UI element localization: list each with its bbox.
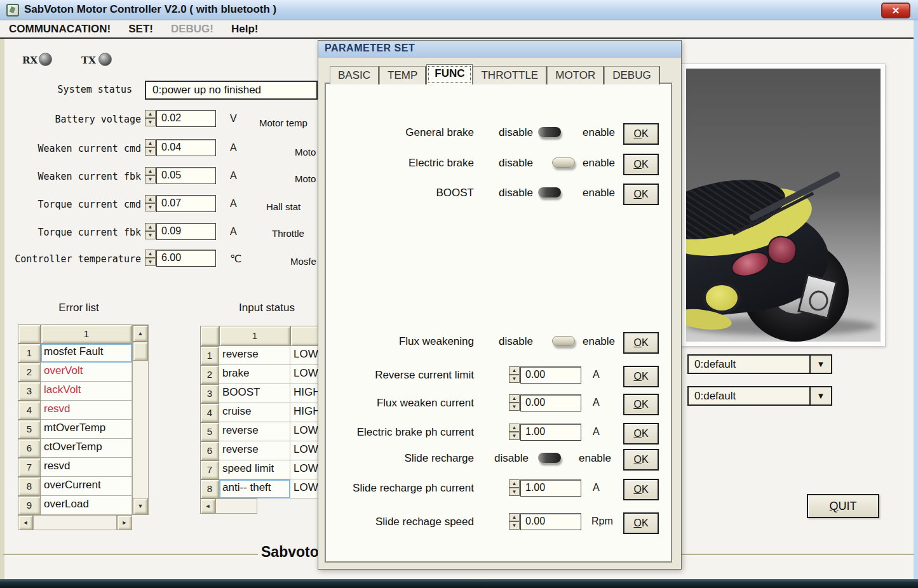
spinner-up-icon[interactable]: ▲ <box>509 479 520 488</box>
chevron-down-icon[interactable]: ▼ <box>809 356 831 373</box>
tab-basic[interactable]: BASIC <box>330 66 379 84</box>
spinner-up-icon[interactable]: ▲ <box>145 250 156 258</box>
menu-communication[interactable]: COMMUNACATION! <box>0 23 119 36</box>
spinner-down-icon[interactable]: ▼ <box>509 521 520 530</box>
profile-dropdown-2[interactable]: 0:default ▼ <box>687 386 832 406</box>
spinner-down-icon[interactable]: ▼ <box>509 375 520 383</box>
input-name-cell[interactable]: BOOST <box>219 384 290 403</box>
error-cell[interactable]: lackVolt <box>41 382 132 401</box>
controller-temperature-stepper[interactable]: ▲ ▼ <box>145 250 156 266</box>
slide-recharge-ph-current-value[interactable]: 1.00 <box>520 479 581 497</box>
scroll-left-icon[interactable]: ◄ <box>18 515 33 530</box>
input-name-cell[interactable]: brake <box>219 365 290 384</box>
error-cell[interactable]: overCurrent <box>41 477 132 496</box>
system-status-value[interactable]: 0:power up no finished <box>145 81 318 100</box>
ok-button-slide-recharge-ph-current[interactable]: OK <box>623 479 659 500</box>
weaken-current-fbk-value[interactable]: 0.05 <box>156 167 216 184</box>
slide-recharge-toggle[interactable] <box>537 451 572 467</box>
spinner-up-icon[interactable]: ▲ <box>509 366 520 375</box>
scroll-right-icon[interactable]: ► <box>117 515 132 530</box>
quit-button[interactable]: QUIT <box>807 494 879 518</box>
spinner-down-icon[interactable]: ▼ <box>145 203 156 211</box>
menu-debug[interactable]: DEBUG! <box>162 23 222 36</box>
error-cell[interactable]: resvd <box>41 401 132 420</box>
battery-voltage-value[interactable]: 0.02 <box>156 110 216 127</box>
torque-current-cmd-value[interactable]: 0.07 <box>156 195 216 212</box>
error-cell[interactable]: mtOverTemp <box>41 420 132 439</box>
ok-button-slide-recharge[interactable]: OK <box>623 449 659 471</box>
hscroll-track[interactable] <box>215 498 257 514</box>
spinner-down-icon[interactable]: ▼ <box>145 231 156 239</box>
electric-brake-ph-current-value[interactable]: 1.00 <box>520 424 581 441</box>
weaken-current-cmd-stepper[interactable]: ▲ ▼ <box>145 139 156 156</box>
error-cell[interactable]: overLoad <box>41 496 132 515</box>
ok-button-general-brake[interactable]: OK <box>623 123 659 145</box>
input-name-cell[interactable]: reverse <box>219 346 290 365</box>
error-vscrollbar[interactable]: ▲ ▼ <box>132 324 149 515</box>
general-brake-toggle[interactable] <box>537 126 572 141</box>
ok-button-slide-rechage-speed[interactable]: OK <box>623 512 659 534</box>
flux-weakening-toggle[interactable] <box>542 335 577 350</box>
spinner-down-icon[interactable]: ▼ <box>509 432 520 440</box>
slide-rechage-speed-value[interactable]: 0.00 <box>520 513 581 530</box>
spinner-up-icon[interactable]: ▲ <box>145 167 156 175</box>
flux-weaken-current-value[interactable]: 0.00 <box>520 394 581 411</box>
ok-button-electric-brake-ph-current[interactable]: OK <box>623 423 659 444</box>
vscroll-track[interactable] <box>133 361 148 498</box>
ok-button-flux-weakening[interactable]: OK <box>623 332 659 354</box>
spinner-up-icon[interactable]: ▲ <box>145 223 156 231</box>
reverse-current-limit-value[interactable]: 0.00 <box>520 366 581 384</box>
ok-button-electric-brake[interactable]: OK <box>623 154 659 175</box>
error-cell[interactable]: overVolt <box>41 363 132 382</box>
boost-toggle[interactable] <box>537 186 572 201</box>
tab-debug[interactable]: DEBUG <box>604 66 659 84</box>
spinner-down-icon[interactable]: ▼ <box>145 258 156 266</box>
spinner-up-icon[interactable]: ▲ <box>145 139 156 147</box>
slide-rechage-speed-stepper[interactable]: ▲ ▼ <box>509 513 520 530</box>
error-cell[interactable]: resvd <box>41 458 132 477</box>
tab-temp[interactable]: TEMP <box>379 66 426 84</box>
controller-temperature-value[interactable]: 6.00 <box>156 250 216 267</box>
chevron-down-icon[interactable]: ▼ <box>809 387 831 404</box>
profile-dropdown-1[interactable]: 0:default ▼ <box>687 354 832 374</box>
close-button[interactable]: ✕ <box>881 3 910 18</box>
dialog-title-bar[interactable]: PARAMETER SET <box>318 41 681 58</box>
hscroll-track[interactable] <box>33 515 117 530</box>
spinner-up-icon[interactable]: ▲ <box>509 513 520 521</box>
torque-current-fbk-value[interactable]: 0.09 <box>156 223 216 240</box>
weaken-current-cmd-value[interactable]: 0.04 <box>156 139 216 156</box>
spinner-down-icon[interactable]: ▼ <box>509 403 520 411</box>
flux-weaken-current-stepper[interactable]: ▲ ▼ <box>509 394 520 411</box>
slide-recharge-ph-current-stepper[interactable]: ▲ ▼ <box>509 479 520 496</box>
weaken-current-fbk-stepper[interactable]: ▲ ▼ <box>145 167 156 184</box>
ok-button-reverse-current-limit[interactable]: OK <box>623 366 659 387</box>
spinner-up-icon[interactable]: ▲ <box>145 195 156 203</box>
electric-brake-ph-current-stepper[interactable]: ▲ ▼ <box>509 424 520 440</box>
error-cell[interactable]: mosfet Fault <box>41 344 132 363</box>
vscroll-thumb[interactable] <box>133 342 148 361</box>
tab-motor[interactable]: MOTOR <box>547 66 604 84</box>
spinner-down-icon[interactable]: ▼ <box>145 147 156 156</box>
input-name-cell[interactable]: cruise <box>219 403 290 422</box>
electric-brake-toggle[interactable] <box>542 156 577 171</box>
torque-current-fbk-stepper[interactable]: ▲ ▼ <box>145 223 156 239</box>
tab-func[interactable]: FUNC <box>426 64 473 84</box>
spinner-down-icon[interactable]: ▼ <box>145 175 156 184</box>
menu-help[interactable]: Help! <box>222 23 267 36</box>
input-name-cell[interactable]: reverse <box>219 422 290 441</box>
input-name-cell[interactable]: speed limit <box>219 460 290 479</box>
scroll-left-icon[interactable]: ◄ <box>200 498 215 514</box>
tab-throttle[interactable]: THROTTLE <box>473 66 547 84</box>
spinner-up-icon[interactable]: ▲ <box>509 394 520 403</box>
scroll-down-icon[interactable]: ▼ <box>133 498 148 514</box>
error-cell[interactable]: ctOverTemp <box>41 439 132 458</box>
torque-current-cmd-stepper[interactable]: ▲ ▼ <box>145 195 156 211</box>
ok-button-boost[interactable]: OK <box>623 184 659 205</box>
spinner-up-icon[interactable]: ▲ <box>509 424 520 432</box>
battery-voltage-stepper[interactable]: ▲ ▼ <box>145 110 156 126</box>
spinner-up-icon[interactable]: ▲ <box>145 110 156 118</box>
reverse-current-limit-stepper[interactable]: ▲ ▼ <box>509 366 520 383</box>
scroll-up-icon[interactable]: ▲ <box>133 325 148 342</box>
menu-set[interactable]: SET! <box>119 23 162 36</box>
spinner-down-icon[interactable]: ▼ <box>145 118 156 126</box>
